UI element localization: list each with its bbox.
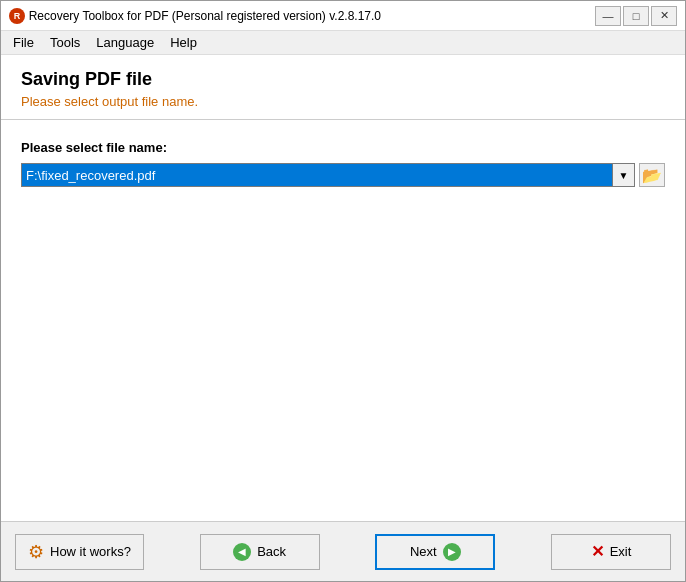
maximize-button[interactable]: □ (623, 6, 649, 26)
file-dropdown-button[interactable]: ▼ (613, 163, 635, 187)
back-button[interactable]: ◀ Back (200, 534, 320, 570)
gear-icon: ⚙ (28, 541, 44, 563)
file-input-wrapper: ▼ (21, 163, 635, 187)
menu-tools[interactable]: Tools (42, 33, 88, 52)
minimize-button[interactable]: — (595, 6, 621, 26)
menu-file[interactable]: File (5, 33, 42, 52)
content-body: Please select file name: ▼ 📂 (1, 120, 685, 521)
menu-help[interactable]: Help (162, 33, 205, 52)
next-button[interactable]: Next ▶ (375, 534, 495, 570)
app-icon: R (9, 8, 25, 24)
back-label: Back (257, 544, 286, 559)
menu-bar: File Tools Language Help (1, 31, 685, 55)
exit-label: Exit (610, 544, 632, 559)
how-it-works-button[interactable]: ⚙ How it works? (15, 534, 144, 570)
title-bar-controls: — □ ✕ (595, 6, 677, 26)
main-window: R Recovery Toolbox for PDF (Personal reg… (0, 0, 686, 582)
dropdown-arrow-icon: ▼ (619, 170, 629, 181)
how-it-works-label: How it works? (50, 544, 131, 559)
menu-language[interactable]: Language (88, 33, 162, 52)
footer: ⚙ How it works? ◀ Back Next ▶ ✕ Exit (1, 521, 685, 581)
file-path-input[interactable] (21, 163, 613, 187)
file-browse-button[interactable]: 📂 (639, 163, 665, 187)
window-title: Recovery Toolbox for PDF (Personal regis… (29, 9, 595, 23)
close-button[interactable]: ✕ (651, 6, 677, 26)
title-bar: R Recovery Toolbox for PDF (Personal reg… (1, 1, 685, 31)
x-icon: ✕ (591, 542, 604, 561)
exit-button[interactable]: ✕ Exit (551, 534, 671, 570)
content-header: Saving PDF file Please select output fil… (1, 55, 685, 120)
next-circle-icon: ▶ (443, 543, 461, 561)
back-circle-icon: ◀ (233, 543, 251, 561)
file-field-label: Please select file name: (21, 140, 665, 155)
file-select-row: ▼ 📂 (21, 163, 665, 187)
next-label: Next (410, 544, 437, 559)
page-title: Saving PDF file (21, 69, 665, 90)
page-subtitle: Please select output file name. (21, 94, 665, 109)
folder-icon: 📂 (642, 166, 662, 185)
